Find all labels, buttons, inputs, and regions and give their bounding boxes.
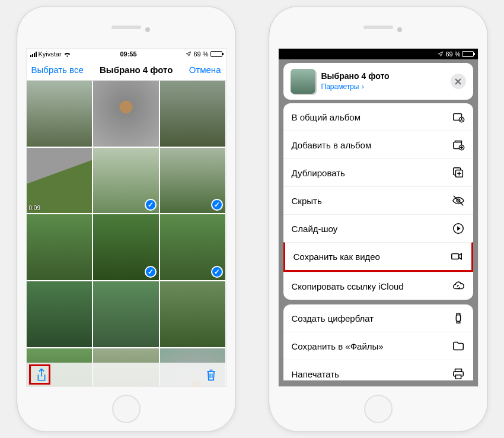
share-sheet: Выбрано 4 фото Параметры › В общий альбо…	[279, 59, 478, 386]
phone-left: Kyivstar 09:55 69 % Выбрать все Выбрано …	[17, 6, 236, 432]
phone-camera	[145, 27, 150, 32]
action-label: Добавить в альбом	[292, 140, 372, 150]
location-icon	[438, 51, 444, 57]
add-album-icon	[452, 138, 465, 151]
photo-thumb[interactable]	[27, 214, 92, 280]
action-row[interactable]: Сохранить в «Файлы»	[283, 332, 473, 360]
shared-album-icon	[452, 110, 465, 123]
video-duration: 0:09	[29, 205, 40, 211]
actions-list-2: Создать циферблатСохранить в «Файлы»Напе…	[283, 304, 473, 380]
share-icon	[36, 368, 47, 382]
phone-speaker	[111, 26, 141, 29]
action-row[interactable]: Скопировать ссылку iCloud	[283, 272, 473, 300]
battery-icon	[462, 51, 474, 57]
duplicate-icon	[452, 166, 465, 179]
status-bar: 69 %	[279, 49, 478, 59]
battery-icon	[210, 51, 222, 57]
sheet-title: Выбрано 4 фото	[321, 71, 451, 81]
photo-grid: 0:09 ✓ ✓ ✓ ✓	[27, 81, 226, 387]
photo-thumb[interactable]: ✓	[160, 214, 226, 280]
action-row[interactable]: Добавить в альбом	[283, 131, 473, 158]
cloud-link-icon	[452, 280, 465, 293]
home-button[interactable]	[112, 395, 141, 423]
action-label: Слайд-шоу	[292, 224, 338, 234]
sheet-params-label: Параметры	[321, 82, 359, 91]
action-label: Сохранить в «Файлы»	[292, 341, 384, 351]
photo-thumb[interactable]	[160, 281, 226, 347]
photo-thumb[interactable]: ✓	[93, 214, 159, 280]
wifi-icon	[63, 51, 71, 57]
screen-photos: Kyivstar 09:55 69 % Выбрать все Выбрано …	[26, 48, 227, 387]
svg-rect-9	[456, 315, 460, 322]
svg-rect-8	[451, 253, 458, 259]
photo-thumb[interactable]: ✓	[160, 148, 226, 214]
sheet-thumbnail	[291, 69, 315, 94]
sheet-params-link[interactable]: Параметры ›	[321, 81, 451, 91]
status-time: 09:55	[120, 50, 136, 58]
photo-thumb[interactable]	[27, 281, 92, 347]
check-icon: ✓	[145, 266, 157, 278]
check-icon: ✓	[211, 199, 223, 211]
select-all-button[interactable]: Выбрать все	[31, 65, 84, 75]
signal-icon	[30, 52, 37, 57]
action-label: Дублировать	[292, 168, 345, 178]
action-row[interactable]: Сохранить как видео	[283, 242, 473, 272]
action-label: Скрыть	[292, 196, 322, 206]
battery-percent: 69 %	[193, 50, 208, 58]
action-label: Напечатать	[292, 369, 339, 379]
action-row[interactable]: Напечатать	[283, 360, 473, 380]
trash-button[interactable]	[202, 366, 220, 384]
check-icon: ✓	[145, 199, 157, 211]
nav-bar: Выбрать все Выбрано 4 фото Отмена	[27, 59, 226, 81]
watch-icon	[452, 312, 465, 325]
close-icon	[455, 78, 461, 85]
action-label: В общий альбом	[292, 112, 361, 122]
sheet-header: Выбрано 4 фото Параметры ›	[283, 63, 473, 100]
action-row[interactable]: Скрыть	[283, 186, 473, 214]
action-label: Сохранить как видео	[294, 252, 380, 262]
phone-speaker	[363, 26, 393, 29]
play-icon	[452, 222, 465, 235]
location-icon	[186, 51, 192, 57]
chevron-right-icon: ›	[362, 82, 364, 91]
photo-thumb[interactable]: ✓	[93, 148, 159, 214]
phone-camera	[397, 27, 402, 32]
action-row[interactable]: Дублировать	[283, 158, 473, 186]
photo-thumb[interactable]	[93, 81, 159, 147]
video-icon	[450, 250, 463, 263]
status-bar: Kyivstar 09:55 69 %	[27, 49, 226, 59]
nav-title: Выбрано 4 фото	[100, 65, 173, 75]
carrier-label: Kyivstar	[39, 50, 62, 58]
action-row[interactable]: Слайд-шоу	[283, 214, 473, 242]
share-button[interactable]	[33, 366, 50, 384]
trash-icon	[205, 369, 217, 382]
cancel-button[interactable]: Отмена	[189, 65, 221, 75]
folder-icon	[452, 339, 465, 353]
photo-thumb[interactable]	[93, 281, 159, 347]
toolbar	[27, 363, 226, 386]
action-row[interactable]: Создать циферблат	[283, 304, 473, 332]
svg-rect-12	[455, 375, 461, 379]
action-row[interactable]: В общий альбом	[283, 103, 473, 131]
battery-percent: 69 %	[445, 50, 460, 58]
close-button[interactable]	[451, 74, 466, 89]
photo-thumb[interactable]	[160, 81, 226, 147]
home-button[interactable]	[364, 395, 393, 423]
photo-thumb[interactable]: 0:09	[27, 148, 92, 214]
check-icon: ✓	[211, 266, 223, 278]
phone-right: 69 % Выбрано 4 фото Параметры › В	[269, 6, 488, 432]
actions-list-1: В общий альбомДобавить в альбомДублирова…	[283, 103, 473, 300]
svg-point-2	[461, 118, 462, 120]
print-icon	[452, 367, 465, 380]
action-label: Создать циферблат	[292, 313, 374, 323]
action-label: Скопировать ссылку iCloud	[292, 281, 404, 291]
hide-icon	[452, 194, 465, 207]
screen-share-sheet: 69 % Выбрано 4 фото Параметры › В	[278, 48, 479, 387]
photo-thumb[interactable]	[27, 81, 92, 147]
